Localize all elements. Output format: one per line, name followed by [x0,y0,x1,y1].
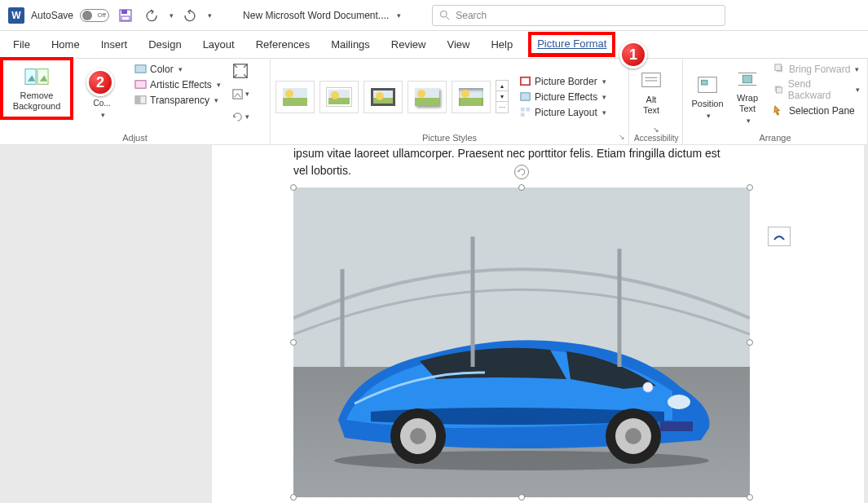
tab-mailings[interactable]: Mailings [328,33,373,55]
transparency-button[interactable]: Transparency▾ [132,93,223,107]
svg-rect-21 [526,108,530,112]
autosave-toggle[interactable]: Off [80,9,109,22]
picture-style-2[interactable] [319,81,359,113]
selection-pane-button[interactable]: Selection Pane [771,104,862,117]
svg-point-42 [668,395,690,409]
picture-styles-group-label: Picture Styles [275,131,623,143]
reset-picture-button[interactable]: ▾ [231,108,249,126]
send-backward-button[interactable]: Send Backward▾ [771,77,862,102]
styles-gallery-scroll[interactable]: ▴▾⋯ [496,80,509,113]
compress-pictures-button[interactable] [231,62,249,80]
svg-rect-20 [521,108,525,112]
callout-2: 2 [86,68,114,96]
tab-view[interactable]: View [443,33,473,55]
tab-review[interactable]: Review [388,33,430,55]
redo-button[interactable] [180,6,200,25]
doc-title-dropdown-icon[interactable]: ▾ [397,11,401,20]
qat-customize-icon[interactable]: ▾ [208,11,212,20]
svg-rect-18 [521,77,530,85]
autosave-label: AutoSave [31,10,73,21]
background-structure [293,188,750,367]
resize-handle-t[interactable] [518,184,525,191]
remove-background-label: Remove Background [13,90,61,112]
layout-options-flyout[interactable] [768,227,791,246]
body-text: ipsum vitae laoreet ullamcorper. Praesen… [293,145,782,179]
svg-rect-27 [702,80,708,85]
selected-image-container[interactable] [293,188,750,497]
picture-style-4[interactable] [408,81,447,113]
svg-line-4 [447,16,450,20]
ribbon-tabs: File Home Insert Design Layout Reference… [0,31,868,59]
picture-border-button[interactable]: Picture Border▾ [517,74,609,88]
svg-rect-34 [776,87,782,93]
picture-effects-button[interactable]: Picture Effects▾ [517,90,609,104]
title-bar: W AutoSave Off ▾ ▾ New Microsoft Word Do… [0,0,868,31]
save-button[interactable] [116,6,135,25]
resize-handle-r[interactable] [747,339,753,346]
svg-rect-44 [660,421,693,431]
svg-rect-22 [521,113,525,117]
svg-rect-13 [135,81,146,88]
svg-point-43 [643,382,653,392]
artistic-effects-button[interactable]: Artistic Effects▾ [132,77,223,91]
resize-handle-tl[interactable] [290,184,297,191]
picture-style-5[interactable] [452,81,491,113]
svg-rect-12 [135,65,146,73]
svg-rect-17 [233,89,242,98]
picture-styles-launcher-icon[interactable]: ↘ [619,133,625,141]
svg-point-41 [625,428,641,444]
svg-rect-15 [135,96,141,104]
resize-handle-b[interactable] [518,494,525,501]
svg-point-38 [410,428,426,444]
tab-insert[interactable]: Insert [98,33,131,55]
svg-rect-2 [121,16,130,20]
word-app-icon: W [8,7,24,24]
rotate-handle[interactable] [514,165,529,179]
svg-rect-1 [121,10,127,14]
color-button[interactable]: Color▾ [132,62,223,76]
search-icon [439,10,451,21]
tab-picture-format[interactable]: Picture Format [531,34,613,55]
search-input[interactable]: Search [432,5,725,26]
resize-handle-tr[interactable] [747,184,753,191]
callout-1: 1 [619,41,647,68]
wrap-text-button[interactable]: Wrap Text▾ [730,62,764,131]
arrange-group-label: Arrange [688,131,862,143]
document-title: New Microsoft Word Document.... [243,10,389,21]
svg-rect-6 [37,69,48,85]
position-button[interactable]: Position▾ [688,62,727,131]
remove-background-button[interactable]: Remove Background [5,62,68,115]
adjust-group-label: Adjust [5,131,265,143]
undo-dropdown-icon[interactable]: ▾ [170,11,174,20]
tab-references[interactable]: References [253,33,313,55]
resize-handle-bl[interactable] [290,494,297,501]
svg-rect-5 [25,69,36,85]
picture-layout-button[interactable]: Picture Layout▾ [517,105,609,119]
tab-design[interactable]: Design [145,33,184,55]
svg-rect-19 [521,93,530,100]
svg-rect-32 [775,64,782,71]
change-picture-button[interactable]: ▾ [231,85,249,103]
svg-rect-28 [742,75,751,82]
document-area: ipsum vitae laoreet ullamcorper. Praesen… [0,145,868,503]
alt-text-button[interactable]: Alt Text [634,62,668,123]
search-placeholder: Search [456,10,487,21]
bring-forward-button[interactable]: Bring Forward▾ [771,62,862,76]
tab-help[interactable]: Help [487,33,516,55]
picture-style-3[interactable] [364,81,403,113]
undo-button[interactable] [142,6,161,25]
ribbon: Remove Background 2 Co...▾ Color▾ Artist… [0,59,868,145]
svg-point-3 [441,11,447,17]
tab-layout[interactable]: Layout [200,33,238,55]
selected-image[interactable] [293,188,750,497]
accessibility-group-label: ↘ Accessibility [634,123,677,143]
corrections-label: Co... [93,99,110,108]
page[interactable]: ipsum vitae laoreet ullamcorper. Praesen… [212,145,864,503]
autosave-state: Off [98,11,107,19]
tab-file[interactable]: File [10,33,33,55]
picture-style-1[interactable] [275,81,315,113]
svg-rect-23 [642,73,661,86]
resize-handle-br[interactable] [747,494,753,501]
tab-home[interactable]: Home [48,33,83,55]
resize-handle-l[interactable] [290,339,297,346]
